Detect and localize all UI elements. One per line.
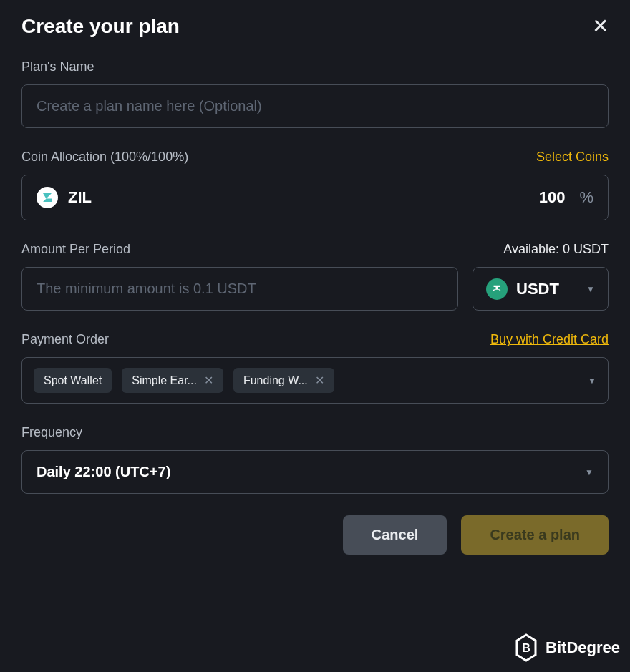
chevron-down-icon: ▼ bbox=[588, 376, 596, 386]
amount-input[interactable] bbox=[21, 267, 458, 311]
modal-container: Create your plan ✕ Plan's Name Coin Allo… bbox=[0, 0, 630, 576]
coin-symbol: ZIL bbox=[68, 188, 92, 207]
usdt-coin-icon bbox=[486, 278, 508, 300]
coin-row: ZIL 100 % bbox=[21, 175, 609, 220]
coin-allocation-group: Coin Allocation (100%/100%) Select Coins… bbox=[21, 150, 609, 220]
zil-coin-icon bbox=[37, 187, 58, 208]
chip-remove-icon[interactable]: ✕ bbox=[204, 374, 213, 387]
close-icon[interactable]: ✕ bbox=[592, 14, 609, 38]
svg-text:B: B bbox=[522, 642, 530, 654]
payment-order-group: Payment Order Buy with Credit Card Spot … bbox=[21, 332, 609, 404]
chevron-down-icon: ▼ bbox=[586, 284, 595, 294]
frequency-value: Daily 22:00 (UTC+7) bbox=[37, 464, 170, 480]
chip-spot-wallet[interactable]: Spot Wallet bbox=[34, 368, 112, 393]
frequency-select[interactable]: Daily 22:00 (UTC+7) ▼ bbox=[21, 450, 609, 494]
chip-remove-icon[interactable]: ✕ bbox=[315, 374, 324, 387]
buy-credit-card-link[interactable]: Buy with Credit Card bbox=[490, 332, 609, 347]
amount-group: Amount Per Period Available: 0 USDT USDT… bbox=[21, 242, 609, 311]
modal-header: Create your plan ✕ bbox=[21, 14, 609, 38]
create-plan-button[interactable]: Create a plan bbox=[461, 515, 609, 555]
coin-allocation-label: Coin Allocation (100%/100%) bbox=[21, 150, 188, 165]
cancel-button[interactable]: Cancel bbox=[343, 515, 447, 555]
available-text: Available: 0 USDT bbox=[503, 242, 609, 257]
footer-buttons: Cancel Create a plan bbox=[21, 515, 609, 555]
watermark-text: BitDegree bbox=[546, 638, 620, 657]
percent-sign: % bbox=[579, 188, 593, 207]
currency-select[interactable]: USDT ▼ bbox=[472, 267, 609, 311]
modal-title: Create your plan bbox=[21, 15, 180, 38]
bitdegree-logo-icon: B bbox=[514, 633, 538, 662]
bitdegree-watermark: B BitDegree bbox=[514, 633, 620, 662]
coin-percentage: 100 bbox=[539, 188, 566, 207]
chip-simple-earn[interactable]: Simple Ear... ✕ bbox=[122, 368, 223, 393]
currency-name: USDT bbox=[516, 280, 559, 298]
plan-name-label: Plan's Name bbox=[21, 59, 94, 74]
payment-order-label: Payment Order bbox=[21, 332, 109, 347]
payment-order-select[interactable]: Spot Wallet Simple Ear... ✕ Funding W...… bbox=[21, 357, 609, 404]
select-coins-link[interactable]: Select Coins bbox=[536, 150, 609, 165]
amount-label: Amount Per Period bbox=[21, 242, 130, 257]
frequency-label: Frequency bbox=[21, 425, 82, 440]
chevron-down-icon: ▼ bbox=[585, 467, 593, 477]
plan-name-input[interactable] bbox=[21, 84, 609, 128]
payment-chips: Spot Wallet Simple Ear... ✕ Funding W...… bbox=[34, 368, 334, 393]
chip-funding-wallet[interactable]: Funding W... ✕ bbox=[233, 368, 334, 393]
plan-name-group: Plan's Name bbox=[21, 59, 609, 128]
frequency-group: Frequency Daily 22:00 (UTC+7) ▼ bbox=[21, 425, 609, 494]
